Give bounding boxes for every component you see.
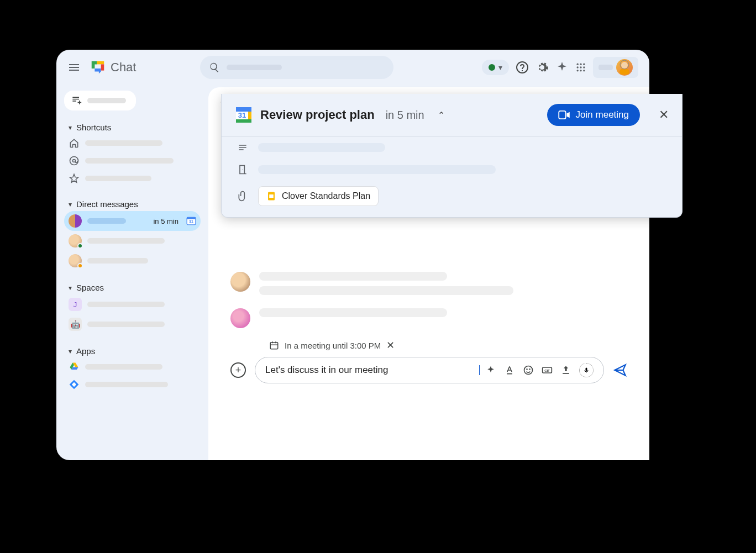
search-placeholder <box>227 65 282 70</box>
account-chip[interactable] <box>593 57 638 78</box>
send-button[interactable] <box>613 363 627 377</box>
gif-icon[interactable]: GIF <box>542 365 553 376</box>
section-apps: ▾ Apps <box>64 344 201 393</box>
app-name-placeholder <box>85 364 162 370</box>
compose-row: + Let's discuss it in our meeting GIF <box>230 357 627 383</box>
slides-icon <box>266 191 276 201</box>
sparkle-icon[interactable] <box>555 61 569 74</box>
message-body <box>259 308 447 317</box>
shortcut-placeholder <box>85 158 174 164</box>
search-box[interactable] <box>200 56 393 79</box>
star-icon <box>69 173 80 184</box>
message-avatar <box>230 308 250 328</box>
svg-rect-25 <box>586 368 587 371</box>
message-line-placeholder <box>259 286 513 295</box>
svg-point-21 <box>526 368 528 370</box>
dm-item[interactable] <box>64 231 201 251</box>
message-item <box>230 308 627 328</box>
sidebar: ▾ Shortcuts ▾ Dir <box>56 85 208 460</box>
add-attachment-button[interactable]: + <box>230 362 246 378</box>
shortcut-home[interactable] <box>64 134 201 152</box>
message-item <box>230 272 627 295</box>
section-label: Spaces <box>76 283 104 292</box>
app-item-drive[interactable] <box>64 358 201 376</box>
dm-item[interactable] <box>64 251 201 271</box>
message-body <box>259 272 513 295</box>
space-item[interactable]: J <box>64 294 201 314</box>
compose-input[interactable]: Let's discuss it in our meeting <box>265 365 475 376</box>
shortcut-placeholder <box>85 140 162 146</box>
meeting-status-text: In a meeting until 3:00 PM <box>285 341 381 350</box>
dismiss-status-icon[interactable]: ✕ <box>386 339 395 351</box>
caret-down-icon: ▾ <box>69 201 72 208</box>
meeting-card-header: 31 Review project plan in 5 min ⌃ Join m… <box>222 94 682 136</box>
svg-point-3 <box>583 64 585 65</box>
svg-text:GIF: GIF <box>544 369 550 372</box>
caret-down-icon: ▾ <box>69 284 72 292</box>
calendar-icon: 31 <box>235 106 253 124</box>
description-placeholder <box>258 143 385 152</box>
svg-point-5 <box>580 66 581 68</box>
join-meeting-button[interactable]: Join meeting <box>547 104 640 126</box>
attachment-chip[interactable]: Clover Standards Plan <box>258 186 379 206</box>
section-label: Direct messages <box>76 199 138 209</box>
text-format-icon[interactable] <box>504 365 515 376</box>
new-chat-button[interactable] <box>64 91 136 110</box>
search-icon <box>209 62 220 73</box>
voice-input-button[interactable] <box>579 363 594 377</box>
join-meeting-label: Join meeting <box>576 109 629 120</box>
dm-name-placeholder <box>87 258 148 264</box>
svg-point-9 <box>583 70 585 71</box>
text-cursor <box>479 365 480 375</box>
app-name-placeholder <box>85 382 168 387</box>
compose-area: In a meeting until 3:00 PM ✕ + Let's dis… <box>208 339 649 400</box>
svg-rect-28 <box>236 119 251 123</box>
section-direct-messages: ▾ Direct messages in 5 min 31 <box>64 197 201 271</box>
space-name-placeholder <box>87 302 165 307</box>
caret-down-icon: ▾ <box>69 347 72 355</box>
compose-box[interactable]: Let's discuss it in our meeting GIF <box>255 357 604 383</box>
settings-icon[interactable] <box>536 61 549 74</box>
space-name-placeholder <box>87 322 165 327</box>
status-chip[interactable]: ▾ <box>482 60 509 75</box>
help-icon[interactable] <box>516 61 529 74</box>
chevron-up-icon[interactable]: ⌃ <box>438 110 445 120</box>
svg-rect-19 <box>270 343 278 349</box>
drive-icon <box>69 361 80 372</box>
new-chat-placeholder <box>87 98 126 103</box>
app-item-jira[interactable] <box>64 376 201 393</box>
header: Chat ▾ <box>56 50 649 85</box>
jira-icon <box>69 379 80 390</box>
message-line-placeholder <box>259 272 447 281</box>
shortcut-mentions[interactable] <box>64 152 201 170</box>
upload-icon[interactable] <box>560 365 571 376</box>
meeting-card: 31 Review project plan in 5 min ⌃ Join m… <box>221 94 683 218</box>
attachment-icon <box>237 191 248 202</box>
dm-avatar <box>69 254 82 267</box>
shortcut-starred[interactable] <box>64 170 201 187</box>
svg-rect-34 <box>269 194 274 198</box>
emoji-icon[interactable] <box>523 365 534 376</box>
svg-text:31: 31 <box>238 111 246 119</box>
apps-grid-icon[interactable] <box>575 62 586 73</box>
account-avatar <box>616 59 633 76</box>
dm-avatar <box>69 234 82 247</box>
section-head-dm[interactable]: ▾ Direct messages <box>64 197 201 211</box>
mic-icon <box>583 367 590 373</box>
new-chat-icon <box>71 95 82 106</box>
attachment-name: Clover Standards Plan <box>282 191 370 201</box>
space-item[interactable]: 🤖 <box>64 314 201 334</box>
calendar-mini-icon: 31 <box>186 216 196 226</box>
section-head-spaces[interactable]: ▾ Spaces <box>64 281 201 294</box>
meeting-description-row <box>222 136 682 159</box>
section-head-shortcuts[interactable]: ▾ Shortcuts <box>64 120 201 134</box>
section-head-apps[interactable]: ▾ Apps <box>64 344 201 358</box>
section-spaces: ▾ Spaces J 🤖 <box>64 281 201 334</box>
presence-active-icon <box>77 243 83 249</box>
app-logo: Chat <box>90 59 136 76</box>
dm-item-active[interactable]: in 5 min 31 <box>64 211 201 231</box>
menu-icon[interactable] <box>67 61 81 74</box>
close-icon[interactable]: ✕ <box>659 108 669 122</box>
svg-point-20 <box>524 366 533 375</box>
sparkle-icon[interactable] <box>485 365 496 376</box>
